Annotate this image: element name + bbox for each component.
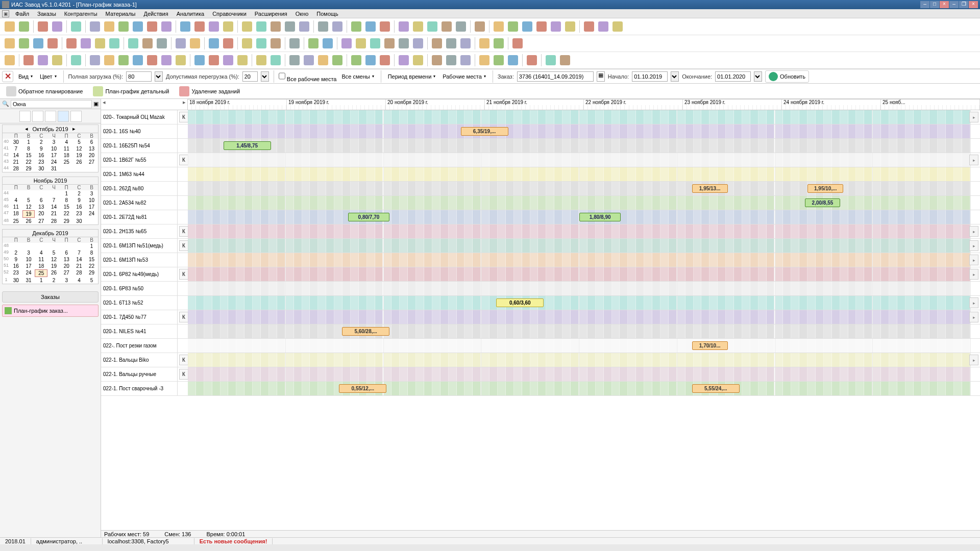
calendar-day[interactable]: 15 [60,204,73,210]
toolbar-button[interactable] [430,54,444,67]
gantt-task[interactable]: 0,60/3,60 [496,298,544,307]
toolbar-button[interactable] [88,54,102,67]
toolbar-button[interactable] [69,20,83,33]
calendar-day[interactable]: 1 [85,243,98,249]
gantt-task[interactable]: 1,95/13... [692,184,728,193]
layout-btn-1[interactable] [19,111,31,122]
calendar-day[interactable]: 17 [85,204,98,210]
calendar-day[interactable]: 13 [35,204,47,210]
calendar-day[interactable]: 21 [10,159,22,165]
calendar-day[interactable]: 16 [10,263,22,269]
toolbar-button[interactable] [397,20,410,33]
calendar-day[interactable]: 11 [60,145,73,152]
toolbar-button[interactable] [188,37,202,50]
calendar-day[interactable]: 26 [47,269,60,277]
toolbar-button[interactable] [369,37,382,50]
toolbar-button[interactable] [331,54,344,67]
toolbar-button[interactable] [174,54,187,67]
calendar-day[interactable] [10,190,22,197]
toolbar-button[interactable] [117,20,130,33]
gantt-task[interactable]: 5,55/24,... [692,384,740,393]
calendar-day[interactable]: 31 [22,277,35,284]
toolbar-button[interactable] [544,54,557,67]
toolbar-button[interactable] [316,54,330,67]
calendar-day[interactable]: 9 [73,197,86,204]
calendar-day[interactable]: 7 [73,249,86,256]
calendar-day[interactable]: 9 [10,256,22,263]
menu-refs[interactable]: Справочники [208,11,251,17]
calendar-day[interactable]: 13 [85,145,98,152]
minimize-button[interactable]: – [920,1,929,8]
calendar-day[interactable]: 17 [47,152,60,159]
overload-select[interactable] [261,71,269,82]
calendar-day[interactable]: 2 [35,139,47,145]
toolbar-button[interactable] [492,37,505,50]
toolbar-button[interactable] [411,20,425,33]
calendar-day[interactable] [73,165,86,172]
calendar-day[interactable]: 6 [35,197,47,204]
layout-btn-3[interactable] [45,111,56,122]
calendar-day[interactable]: 28 [10,165,22,172]
toolbar-button[interactable] [222,20,235,33]
toolbar-button[interactable] [65,37,78,50]
toolbar-button[interactable] [321,37,334,50]
toolbar-button[interactable] [397,37,410,50]
calendar-day[interactable]: 8 [22,145,35,152]
toolbar-button[interactable] [51,54,64,67]
calendar-day[interactable]: 12 [73,145,86,152]
toolbar-button[interactable] [17,37,31,50]
toolbar-button[interactable] [302,54,315,67]
all-wp-check[interactable]: Все рабочие места [279,71,337,82]
toolbar-button[interactable] [17,20,31,33]
calendar-day[interactable]: 14 [10,152,22,159]
child-minimize-button[interactable]: – [949,1,959,8]
calendar-day[interactable]: 1 [22,139,35,145]
toolbar-button[interactable] [160,54,173,67]
calendar-day[interactable]: 8 [60,197,73,204]
calendar-day[interactable]: 27 [60,269,73,277]
calendar-day[interactable]: 8 [85,249,98,256]
gantt-row-scroll[interactable]: ▸ [969,269,978,280]
gantt-row-scroll[interactable]: ▸ [969,312,978,322]
delete-tasks-button[interactable]: Удаление заданий [176,85,243,98]
calendar-day[interactable]: 30 [10,139,22,145]
calendar-day[interactable]: 20 [85,152,98,159]
toolbar-button[interactable] [397,54,410,67]
reverse-plan-button[interactable]: Обратное планирование [3,85,86,98]
gantt-row-scroll[interactable]: ▸ [969,355,978,365]
calendar-day[interactable]: 3 [60,277,73,284]
system-menu-icon[interactable]: ▣ [2,10,9,17]
toolbar-button[interactable] [506,54,520,67]
toolbar-button[interactable] [127,37,140,50]
calendar-day[interactable]: 5 [47,249,60,256]
calendar-day[interactable]: 25 [10,218,22,224]
detail-plan-button[interactable]: План-график детальный [90,85,172,98]
toolbar-button[interactable] [207,37,220,50]
order-input[interactable] [517,71,594,82]
toolbar-button[interactable] [36,20,50,33]
gantt-task[interactable]: 1,95/10,... [807,184,843,193]
toolbar-button[interactable] [316,20,330,33]
calendar-day[interactable]: 12 [22,204,35,210]
toolbar-button[interactable] [288,37,301,50]
cal-next[interactable]: ▸ [70,126,78,132]
gantt-row-k-button[interactable]: К [179,355,188,365]
calendar-day[interactable]: 27 [85,159,98,165]
close-button[interactable]: × [940,1,949,8]
toolbar-button[interactable] [492,54,505,67]
menu-file[interactable]: Файл [11,11,33,17]
color-dropdown[interactable]: Цвет [38,72,59,81]
toolbar-button[interactable] [307,37,320,50]
toolbar-button[interactable] [93,37,107,50]
calendar-day[interactable]: 3 [85,190,98,197]
gantt-row-k-button[interactable]: К [179,112,188,122]
calendar-day[interactable]: 13 [60,256,73,263]
toolbar-button[interactable] [222,54,235,67]
order-item[interactable]: План-график заказ... [2,305,99,317]
end-input[interactable] [715,71,751,82]
toolbar-button[interactable] [108,37,121,50]
toolbar-button[interactable] [222,37,235,50]
calendar-day[interactable]: 15 [22,152,35,159]
calendar-day[interactable]: 7 [47,197,60,204]
toolbar-button[interactable] [445,54,458,67]
